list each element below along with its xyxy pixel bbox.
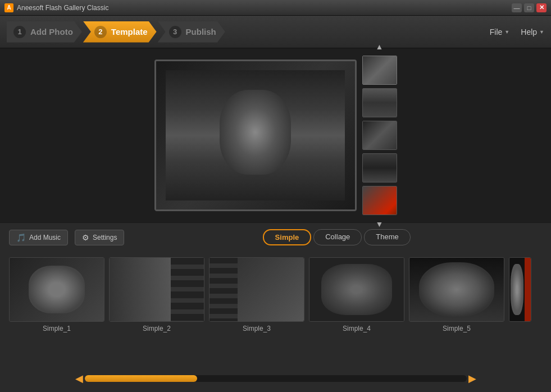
help-dropdown-arrow: ▼ (539, 29, 544, 35)
template-5-thumb (409, 257, 504, 322)
add-music-label: Add Music (29, 234, 61, 241)
settings-label: Settings (93, 234, 117, 241)
scroll-thumb[interactable] (85, 375, 197, 382)
template-2-img (110, 258, 204, 321)
main-preview-area: ▲ ▼ (0, 48, 551, 222)
template-3-img (210, 258, 304, 321)
tab-theme[interactable]: Theme (364, 229, 410, 245)
preview-inner (156, 61, 355, 209)
template-3[interactable]: Simple_3 (209, 257, 304, 332)
step-add-photo[interactable]: 1 Add Photo (7, 21, 82, 43)
template-2[interactable]: Simple_2 (109, 257, 204, 332)
template-6-partial[interactable] (509, 257, 531, 322)
thumb-scroll-up[interactable]: ▲ (371, 41, 388, 52)
window-controls: — □ ✕ (512, 3, 547, 12)
gallery-area: Simple_1 Simple_2 Simple_3 Simple_4 Simp… (0, 252, 551, 370)
app-icon: A (4, 3, 13, 12)
step-1-num: 1 (13, 26, 26, 38)
thumb-1[interactable] (362, 56, 397, 85)
template-5-label: Simple_5 (443, 325, 471, 332)
thumb-5-img (363, 186, 397, 215)
thumb-2[interactable] (362, 88, 397, 117)
help-label: Help (521, 28, 537, 37)
titlebar: A Aneesoft Flash Gallery Classic — □ ✕ (0, 0, 551, 16)
step-template[interactable]: 2 Template (83, 21, 157, 43)
template-5[interactable]: Simple_5 (409, 257, 504, 332)
template-4[interactable]: Simple_4 (309, 257, 404, 332)
nav-right-menu: File ▼ Help ▼ (490, 28, 544, 37)
scrollbar-area: ◀ ▶ (0, 370, 551, 388)
template-6-thumb (509, 257, 531, 322)
maximize-button[interactable]: □ (524, 3, 534, 12)
template-3-thumb (209, 257, 304, 322)
template-5-img (409, 258, 504, 321)
template-2-thumb (109, 257, 204, 322)
music-icon: 🎵 (16, 233, 26, 242)
thumb-3-img (363, 121, 397, 149)
step-navigation: 1 Add Photo 2 Template 3 Publish (7, 21, 226, 43)
template-6-img (509, 258, 531, 321)
settings-button[interactable]: ⚙ Settings (75, 230, 124, 245)
template-1[interactable]: Simple_1 (9, 257, 104, 332)
thumb-scroll-down[interactable]: ▼ (371, 218, 388, 230)
template-1-img (10, 258, 104, 321)
main-preview (154, 60, 357, 211)
scroll-left-button[interactable]: ◀ (74, 373, 85, 384)
gallery-row: Simple_1 Simple_2 Simple_3 Simple_4 Simp… (9, 257, 542, 332)
help-menu[interactable]: Help ▼ (521, 28, 544, 37)
template-4-label: Simple_4 (343, 325, 371, 332)
file-menu[interactable]: File ▼ (490, 28, 509, 37)
tab-group: Simple Collage Theme (263, 229, 411, 245)
add-music-button[interactable]: 🎵 Add Music (9, 230, 68, 245)
tab-collage[interactable]: Collage (313, 229, 362, 245)
thumb-4-img (363, 154, 397, 182)
thumb-3[interactable] (362, 121, 397, 150)
template-4-thumb (309, 257, 404, 322)
step-publish[interactable]: 3 Publish (158, 21, 225, 43)
settings-icon: ⚙ (82, 233, 89, 242)
step-3-num: 3 (169, 26, 181, 38)
minimize-button[interactable]: — (512, 3, 522, 12)
file-label: File (490, 28, 503, 37)
template-4-img (309, 258, 404, 321)
step-2-label: Template (111, 27, 148, 37)
scroll-right-button[interactable]: ▶ (467, 373, 478, 384)
template-1-label: Simple_1 (43, 325, 71, 332)
thumb-1-img (363, 56, 397, 84)
thumb-5[interactable] (362, 186, 397, 215)
preview-container: ▲ ▼ (154, 41, 397, 230)
step-3-label: Publish (186, 27, 216, 37)
thumbnail-strip: ▲ ▼ (362, 41, 397, 230)
step-1-label: Add Photo (30, 27, 73, 37)
thumb-2-img (363, 89, 397, 117)
close-button[interactable]: ✕ (536, 3, 547, 12)
step-2-num: 2 (94, 26, 107, 38)
template-1-thumb (9, 257, 104, 322)
template-2-label: Simple_2 (143, 325, 171, 332)
app-title: Aneesoft Flash Gallery Classic (17, 4, 512, 12)
file-dropdown-arrow: ▼ (504, 29, 509, 35)
scroll-track[interactable] (85, 375, 467, 382)
template-3-label: Simple_3 (243, 325, 271, 332)
thumb-4[interactable] (362, 153, 397, 183)
preview-photo (166, 70, 345, 200)
tab-simple[interactable]: Simple (263, 229, 312, 245)
